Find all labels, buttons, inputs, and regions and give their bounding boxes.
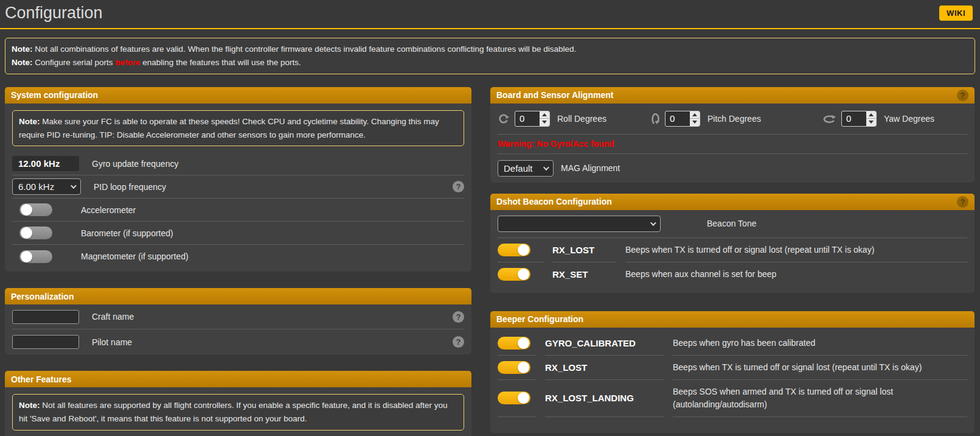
gyro-frequency-row: 12.00 kHz Gyro update frequency bbox=[12, 152, 464, 175]
roll-spinner[interactable] bbox=[540, 111, 549, 126]
pilot-name-input[interactable] bbox=[12, 335, 79, 349]
yaw-group: 0 Yaw Degrees bbox=[823, 111, 934, 127]
toggle-knob bbox=[518, 337, 529, 349]
yaw-degrees-input[interactable]: 0 bbox=[841, 111, 877, 127]
rx-set-toggle[interactable] bbox=[498, 268, 530, 281]
rx-lost-name: RX_LOST bbox=[552, 238, 617, 262]
pid-frequency-select[interactable]: 6.00 kHz bbox=[12, 178, 81, 195]
yaw-degrees-label: Yaw Degrees bbox=[884, 114, 934, 124]
gyro-calibrated-name: GYRO_CALIBRATED bbox=[545, 331, 664, 356]
gyro-warning-row: Warning: No Gyro/Acc found bbox=[498, 135, 967, 154]
gyro-calibrated-toggle[interactable] bbox=[498, 337, 530, 350]
gyro-calibrated-row: GYRO_CALIBRATED Beeps when gyro has been… bbox=[498, 331, 967, 356]
beeper-rx-lost-name: RX_LOST bbox=[545, 356, 664, 380]
toggle-knob bbox=[21, 204, 32, 216]
help-icon[interactable]: ? bbox=[957, 90, 968, 101]
rx-lost-landing-toggle[interactable] bbox=[498, 392, 530, 404]
accelerometer-toggle[interactable] bbox=[19, 203, 52, 216]
system-configuration-panel: System configuration Note: Make sure you… bbox=[5, 87, 471, 272]
pitch-spinner[interactable] bbox=[690, 111, 700, 126]
pitch-degrees-input[interactable]: 0 bbox=[665, 111, 700, 127]
magnetometer-toggle[interactable] bbox=[19, 250, 52, 263]
help-icon[interactable]: ? bbox=[453, 311, 464, 323]
help-icon[interactable]: ? bbox=[453, 181, 464, 192]
beacon-tone-label: Beacon Tone bbox=[707, 219, 756, 228]
beeper-rx-lost-desc: Beeps when TX is turned off or signal lo… bbox=[673, 356, 967, 380]
barometer-toggle[interactable] bbox=[19, 227, 52, 239]
other-features-header: Other Features bbox=[5, 371, 471, 387]
personalization-panel: Personalization Craft name ? Pilot name … bbox=[5, 288, 471, 354]
beeper-rx-lost-toggle[interactable] bbox=[498, 361, 530, 374]
system-configuration-header: System configuration bbox=[5, 87, 471, 104]
roll-degrees-input[interactable]: 0 bbox=[515, 111, 550, 127]
beeper-configuration-header: Beeper Configuration bbox=[490, 311, 975, 328]
roll-group: 0 Roll Degrees bbox=[498, 111, 652, 127]
accelerometer-label: Accelerometer bbox=[81, 205, 136, 215]
toggle-knob bbox=[518, 362, 529, 373]
spin-up-button[interactable] bbox=[866, 111, 876, 119]
pilot-name-row: Pilot name ? bbox=[12, 329, 464, 354]
barometer-row: Barometer (if supported) bbox=[12, 222, 464, 245]
roll-rotation-icon bbox=[498, 113, 510, 125]
magnetometer-label: Magnetometer (if supported) bbox=[81, 251, 189, 261]
gyro-frequency-label: Gyro update frequency bbox=[92, 159, 178, 169]
mag-alignment-select[interactable]: Default bbox=[498, 160, 554, 177]
rx-set-row: RX_SET Beeps when aux channel is set for… bbox=[498, 262, 967, 287]
pitch-degrees-label: Pitch Degrees bbox=[707, 114, 761, 124]
beacon-tone-select[interactable] bbox=[498, 216, 661, 232]
craft-name-input[interactable] bbox=[12, 310, 79, 324]
board-alignment-header: Board and Sensor Alignment ? bbox=[490, 87, 975, 104]
chevron-down-icon bbox=[71, 183, 77, 189]
rx-lost-row: RX_LOST Beeps when TX is turned off or s… bbox=[498, 238, 967, 262]
spin-down-button[interactable] bbox=[540, 119, 549, 126]
dshot-beacon-header: Dshot Beacon Configuration ? bbox=[490, 194, 975, 210]
mag-alignment-label: MAG Alignment bbox=[561, 163, 620, 173]
top-note: Note: Not all combinations of features a… bbox=[5, 38, 975, 74]
barometer-label: Barometer (if supported) bbox=[81, 228, 173, 238]
personalization-header: Personalization bbox=[5, 288, 471, 304]
pitch-group: 0 Pitch Degrees bbox=[652, 111, 823, 127]
pid-frequency-row: 6.00 kHz PID loop frequency ? bbox=[12, 175, 464, 199]
toggle-knob bbox=[518, 269, 529, 280]
toggle-knob bbox=[21, 227, 32, 239]
pilot-name-label: Pilot name bbox=[92, 337, 132, 347]
page-header: Configuration WIKI bbox=[0, 0, 980, 29]
yaw-spinner[interactable] bbox=[866, 111, 876, 126]
rx-lost-landing-name: RX_LOST_LANDING bbox=[545, 380, 664, 417]
rx-lost-landing-row: RX_LOST_LANDING Beeps SOS when armed and… bbox=[498, 380, 967, 417]
toggle-knob bbox=[518, 392, 529, 404]
alignment-axes-row: 0 Roll Degrees 0 bbox=[498, 104, 967, 135]
chevron-down-icon bbox=[650, 220, 656, 226]
wiki-button[interactable]: WIKI bbox=[939, 5, 973, 21]
roll-degrees-label: Roll Degrees bbox=[557, 114, 606, 124]
before-highlight: before bbox=[115, 58, 140, 67]
rx-lost-desc: Beeps when TX is turned off or signal lo… bbox=[625, 238, 967, 262]
pid-frequency-label: PID loop frequency bbox=[94, 182, 166, 192]
spin-down-button[interactable] bbox=[690, 119, 700, 126]
gyro-frequency-value: 12.00 kHz bbox=[12, 156, 79, 171]
top-note-line2: Note: Configure serial ports before enab… bbox=[12, 56, 968, 69]
spin-up-button[interactable] bbox=[690, 111, 700, 119]
other-features-note: Note: Not all features are supported by … bbox=[12, 394, 464, 431]
gyro-warning-text: Warning: No Gyro/Acc found bbox=[498, 139, 614, 149]
dshot-beacon-panel: Dshot Beacon Configuration ? Beacon Tone… bbox=[490, 194, 975, 293]
toggle-knob bbox=[518, 244, 529, 256]
spin-up-button[interactable] bbox=[540, 111, 549, 119]
gyro-calibrated-desc: Beeps when gyro has been calibrated bbox=[673, 331, 967, 356]
rx-lost-toggle[interactable] bbox=[498, 244, 530, 256]
help-icon[interactable]: ? bbox=[453, 336, 464, 348]
beacon-tone-row: Beacon Tone bbox=[498, 210, 967, 238]
toggle-knob bbox=[21, 251, 32, 262]
board-alignment-panel: Board and Sensor Alignment ? 0 bbox=[490, 87, 975, 183]
other-features-panel: Other Features Note: Not all features ar… bbox=[5, 371, 471, 436]
help-icon[interactable]: ? bbox=[957, 196, 968, 208]
beeper-rx-lost-row: RX_LOST Beeps when TX is turned off or s… bbox=[498, 356, 967, 380]
pitch-rotation-icon bbox=[652, 112, 660, 125]
page-title: Configuration bbox=[5, 4, 103, 23]
yaw-rotation-icon bbox=[823, 114, 836, 124]
rx-lost-landing-desc: Beeps SOS when armed and TX is turned of… bbox=[673, 380, 967, 417]
rx-set-name: RX_SET bbox=[552, 262, 617, 287]
spin-down-button[interactable] bbox=[866, 119, 876, 126]
chevron-down-icon bbox=[543, 164, 549, 171]
top-note-line1: Note: Not all combinations of features a… bbox=[12, 43, 968, 56]
